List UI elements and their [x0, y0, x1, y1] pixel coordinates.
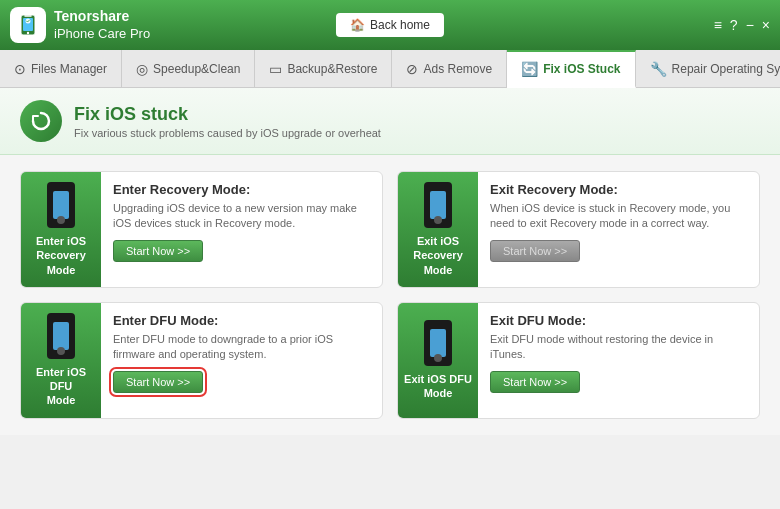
exit-dfu-label: Exit iOS DFUMode — [404, 372, 472, 401]
exit-recovery-desc: When iOS device is stuck in Recovery mod… — [490, 201, 747, 232]
phone-icon-enter-dfu — [47, 313, 75, 359]
exit-dfu-card-right: Exit DFU Mode: Exit DFU mode without res… — [478, 303, 759, 418]
tab-fix-ios-stuck[interactable]: 🔄 Fix iOS Stuck — [507, 50, 635, 88]
main-content: Enter iOSRecovery Mode Enter Recovery Mo… — [0, 155, 780, 435]
exit-recovery-card: Exit iOSRecovery Mode Exit Recovery Mode… — [397, 171, 760, 288]
phone-icon-exit-recovery — [424, 182, 452, 228]
tab-speedup-clean[interactable]: ◎ Speedup&Clean — [122, 50, 255, 87]
tab-ads-remove[interactable]: ⊘ Ads Remove — [392, 50, 507, 87]
ads-icon: ⊘ — [406, 61, 418, 77]
enter-dfu-card-right: Enter DFU Mode: Enter DFU mode to downgr… — [101, 303, 382, 418]
page-subtitle: Fix various stuck problems caused by iOS… — [74, 127, 381, 139]
page-header: Fix iOS stuck Fix various stuck problems… — [0, 88, 780, 155]
page-header-text: Fix iOS stuck Fix various stuck problems… — [74, 104, 381, 139]
enter-recovery-card-right: Enter Recovery Mode: Upgrading iOS devic… — [101, 172, 382, 287]
speedup-icon: ◎ — [136, 61, 148, 77]
app-name-text: Tenorshare iPhone Care Pro — [54, 7, 150, 42]
tab-files-manager[interactable]: ⊙ Files Manager — [0, 50, 122, 87]
exit-dfu-desc: Exit DFU mode without restoring the devi… — [490, 332, 747, 363]
exit-dfu-card-left: Exit iOS DFUMode — [398, 303, 478, 418]
minimize-icon[interactable]: − — [746, 18, 754, 32]
repair-icon: 🔧 — [650, 61, 667, 77]
menu-icon[interactable]: ≡ — [714, 18, 722, 32]
enter-recovery-desc: Upgrading iOS device to a new version ma… — [113, 201, 370, 232]
enter-dfu-card-left: Enter iOS DFUMode — [21, 303, 101, 418]
page-title: Fix iOS stuck — [74, 104, 381, 125]
exit-dfu-start-button[interactable]: Start Now >> — [490, 371, 580, 393]
page-header-icon — [20, 100, 62, 142]
files-manager-icon: ⊙ — [14, 61, 26, 77]
app-branding: Tenorshare iPhone Care Pro — [10, 7, 150, 43]
enter-dfu-card: Enter iOS DFUMode Enter DFU Mode: Enter … — [20, 302, 383, 419]
phone-icon-enter-recovery — [47, 182, 75, 228]
enter-recovery-label: Enter iOSRecovery Mode — [27, 234, 95, 277]
title-bar: Tenorshare iPhone Care Pro 🏠 Back home ≡… — [0, 0, 780, 50]
phone-icon-exit-dfu — [424, 320, 452, 366]
exit-recovery-title: Exit Recovery Mode: — [490, 182, 747, 197]
svg-point-2 — [27, 32, 29, 34]
exit-dfu-card: Exit iOS DFUMode Exit DFU Mode: Exit DFU… — [397, 302, 760, 419]
app-logo — [10, 7, 46, 43]
nav-tabs: ⊙ Files Manager ◎ Speedup&Clean ▭ Backup… — [0, 50, 780, 88]
enter-recovery-card: Enter iOSRecovery Mode Enter Recovery Mo… — [20, 171, 383, 288]
enter-dfu-start-button[interactable]: Start Now >> — [113, 371, 203, 393]
exit-recovery-card-right: Exit Recovery Mode: When iOS device is s… — [478, 172, 759, 287]
enter-dfu-title: Enter DFU Mode: — [113, 313, 370, 328]
fix-ios-icon: 🔄 — [521, 61, 538, 77]
exit-dfu-title: Exit DFU Mode: — [490, 313, 747, 328]
backup-icon: ▭ — [269, 61, 282, 77]
exit-recovery-label: Exit iOSRecovery Mode — [404, 234, 472, 277]
close-icon[interactable]: × — [762, 18, 770, 32]
tab-repair-os[interactable]: 🔧 Repair Operating System — [636, 50, 780, 87]
enter-recovery-card-left: Enter iOSRecovery Mode — [21, 172, 101, 287]
tab-backup-restore[interactable]: ▭ Backup&Restore — [255, 50, 392, 87]
exit-recovery-start-button[interactable]: Start Now >> — [490, 240, 580, 262]
enter-dfu-desc: Enter DFU mode to downgrade to a prior i… — [113, 332, 370, 363]
back-home-button[interactable]: 🏠 Back home — [336, 13, 444, 37]
window-controls: ≡ ? − × — [714, 18, 770, 32]
home-icon: 🏠 — [350, 18, 365, 32]
enter-dfu-label: Enter iOS DFUMode — [27, 365, 95, 408]
enter-recovery-title: Enter Recovery Mode: — [113, 182, 370, 197]
enter-recovery-start-button[interactable]: Start Now >> — [113, 240, 203, 262]
exit-recovery-card-left: Exit iOSRecovery Mode — [398, 172, 478, 287]
help-icon[interactable]: ? — [730, 18, 738, 32]
